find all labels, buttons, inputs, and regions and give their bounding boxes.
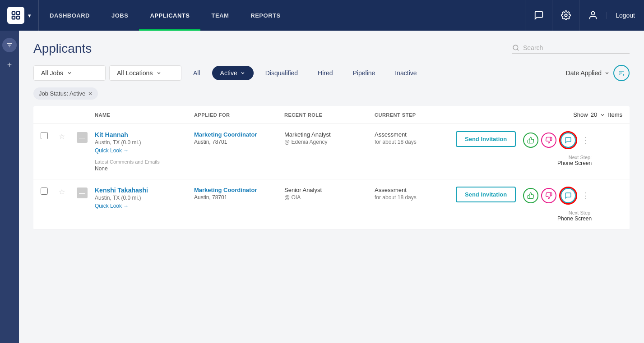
- row1-star-icon[interactable]: ☆: [59, 132, 65, 141]
- row1-role-company: @ Edenia Agency: [284, 139, 375, 145]
- row1-step-name: Assessment: [375, 131, 456, 138]
- row1-quick-look[interactable]: Quick Look →: [95, 147, 194, 154]
- thumbs-up-icon: [527, 192, 534, 199]
- sort-label: Date Applied: [566, 69, 602, 77]
- row1-dash-cell: —: [77, 131, 95, 143]
- nav-dashboard[interactable]: DASHBOARD: [39, 0, 101, 31]
- row1-applied-job[interactable]: Marketing Coordinator: [194, 131, 284, 138]
- row1-next-step-label: Next Step:: [569, 155, 592, 160]
- all-locations-label: All Locations: [117, 69, 153, 77]
- row2-star-icon[interactable]: ☆: [59, 188, 65, 196]
- tab-hired[interactable]: Hired: [310, 66, 341, 80]
- show-label: Show: [573, 111, 588, 118]
- sidebar-filter-icon[interactable]: [2, 38, 17, 52]
- row1-right-actions: ⋮ Next Step: Phone Screen: [523, 131, 592, 166]
- all-locations-dropdown[interactable]: All Locations: [109, 65, 181, 81]
- row2-role-title: Senior Analyst: [284, 187, 375, 193]
- row1-send-invitation-button[interactable]: Send Invitation: [456, 131, 516, 147]
- row1-action-icons: ⋮: [523, 131, 592, 149]
- page-header: Applicants: [33, 41, 630, 56]
- all-jobs-dropdown[interactable]: All Jobs: [33, 65, 106, 81]
- row2-step-name: Assessment: [375, 187, 456, 193]
- row1-name-cell: Kit Hannah Austin, TX (0.0 mi.) Quick Lo…: [95, 131, 194, 172]
- nav-reports[interactable]: REPORTS: [240, 0, 291, 31]
- sort-order-button[interactable]: [613, 65, 630, 81]
- top-navigation: ▾ DASHBOARD JOBS APPLICANTS TEAM REPORTS…: [0, 0, 644, 31]
- row2-quick-look[interactable]: Quick Look →: [95, 203, 194, 209]
- row2-checkbox[interactable]: [41, 188, 48, 195]
- row2-thumbs-up-button[interactable]: [523, 188, 538, 203]
- row2-step-cell: Assessment for about 18 days: [375, 187, 456, 201]
- page-title-area: Applicants: [33, 41, 92, 56]
- status-tag-remove[interactable]: ✕: [88, 91, 93, 97]
- user-icon-btn[interactable]: [579, 0, 606, 31]
- row1-thumbs-down-button[interactable]: [541, 133, 556, 148]
- tab-inactive[interactable]: Inactive: [387, 66, 425, 80]
- thumbs-down-icon: [545, 192, 552, 199]
- row2-message-highlight: [559, 187, 577, 205]
- row1-message-highlight: [559, 131, 577, 149]
- table-header: NAME APPLIED FOR RECENT ROLE CURRENT STE…: [33, 106, 630, 124]
- row1-dash-box[interactable]: —: [77, 132, 88, 143]
- row1-role-title: Marketing Analyst: [284, 131, 375, 138]
- sidebar-add-icon[interactable]: +: [2, 58, 17, 72]
- row2-dash-cell: —: [77, 187, 95, 198]
- row2-applied-location: Austin, 78701: [194, 194, 284, 201]
- items-label: Items: [608, 111, 622, 118]
- applied-header: APPLIED FOR: [194, 112, 284, 118]
- svg-point-5: [591, 12, 594, 15]
- tab-disqualified[interactable]: Disqualified: [257, 66, 306, 80]
- tab-active[interactable]: Active: [212, 66, 254, 80]
- row1-message-button[interactable]: [561, 133, 576, 148]
- sidebar: +: [0, 31, 19, 343]
- messages-icon-btn[interactable]: [525, 0, 552, 31]
- row1-actions-cell: Send Invitation: [456, 131, 622, 166]
- row2-right-actions: ⋮ Next Step: Phone Screen: [523, 187, 592, 222]
- search-input[interactable]: [523, 44, 613, 51]
- table-row: ☆ — Kenshi Takahashi Austin, TX (0.0 mi.…: [33, 179, 630, 229]
- locations-chevron-icon: [156, 70, 162, 76]
- row2-next-step-label: Next Step:: [569, 210, 592, 215]
- settings-icon-btn[interactable]: [552, 0, 579, 31]
- row1-more-button[interactable]: ⋮: [580, 135, 592, 145]
- sort-area: Date Applied: [566, 65, 630, 81]
- search-icon: [512, 44, 519, 51]
- message-icon: [565, 192, 572, 199]
- row2-applied-job[interactable]: Marketing Coordinator: [194, 187, 284, 193]
- row2-action-icons: ⋮: [523, 187, 592, 205]
- page-title: Applicants: [33, 41, 92, 56]
- row2-star-cell: ☆: [59, 187, 77, 196]
- logout-button[interactable]: Logout: [606, 12, 644, 19]
- sort-dropdown[interactable]: Date Applied: [566, 69, 610, 77]
- page-layout: + Applicants All Jobs All Locati: [0, 31, 644, 343]
- logo-icon: [7, 7, 24, 24]
- message-icon: [565, 137, 572, 144]
- active-chevron-icon: [240, 70, 246, 76]
- row1-send-inv-area: Send Invitation: [456, 131, 516, 147]
- row2-next-step-value: Phone Screen: [557, 215, 592, 222]
- tab-pipeline[interactable]: Pipeline: [345, 66, 384, 80]
- nav-jobs[interactable]: JOBS: [101, 0, 139, 31]
- row2-more-button[interactable]: ⋮: [580, 191, 592, 201]
- row2-send-invitation-button[interactable]: Send Invitation: [456, 187, 516, 202]
- nav-applicants[interactable]: APPLICANTS: [139, 0, 200, 31]
- svg-line-10: [517, 49, 519, 50]
- status-tag: Job Status: Active ✕: [33, 87, 98, 100]
- nav-team[interactable]: TEAM: [200, 0, 240, 31]
- row2-send-inv-area: Send Invitation: [456, 187, 516, 202]
- row2-dash-box[interactable]: —: [77, 188, 88, 198]
- row1-checkbox[interactable]: [41, 132, 48, 139]
- row2-message-button[interactable]: [561, 188, 576, 203]
- svg-rect-0: [12, 12, 15, 14]
- row2-applied-cell: Marketing Coordinator Austin, 78701: [194, 187, 284, 201]
- applicants-table: NAME APPLIED FOR RECENT ROLE CURRENT STE…: [33, 106, 630, 229]
- row2-name[interactable]: Kenshi Takahashi: [95, 187, 194, 194]
- svg-rect-2: [12, 16, 15, 19]
- show-chevron-icon[interactable]: [600, 112, 605, 118]
- tab-all[interactable]: All: [185, 66, 208, 80]
- row2-thumbs-down-button[interactable]: [541, 188, 556, 203]
- nav-items: DASHBOARD JOBS APPLICANTS TEAM REPORTS: [39, 0, 525, 31]
- logo-area[interactable]: ▾: [0, 0, 39, 31]
- row1-thumbs-up-button[interactable]: [523, 133, 538, 148]
- row1-name[interactable]: Kit Hannah: [95, 131, 194, 138]
